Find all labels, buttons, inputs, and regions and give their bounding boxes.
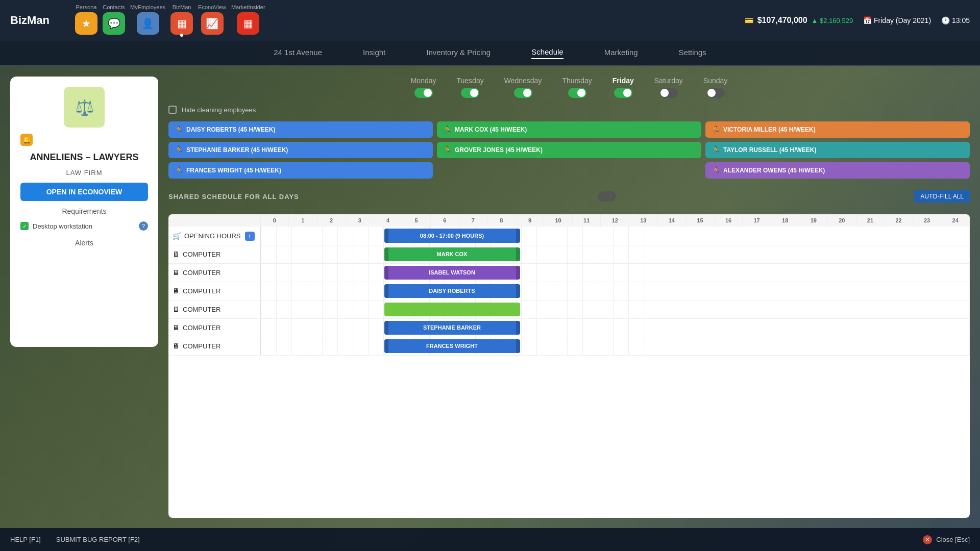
- bar-right-handle-6[interactable]: [516, 339, 520, 353]
- bug-report-button[interactable]: SUBMIT BUG REPORT [F2]: [56, 536, 140, 543]
- bar-left-handle-3[interactable]: [384, 284, 388, 298]
- day-monday[interactable]: Monday: [411, 77, 436, 98]
- nav-icon-persona[interactable]: ★: [75, 12, 97, 35]
- shared-schedule-toggle[interactable]: [598, 191, 616, 202]
- emp-icon-taylor: 🏃: [712, 146, 720, 154]
- subnav-insight[interactable]: Insight: [363, 48, 385, 59]
- row-type-icon-3: 🖥: [173, 287, 180, 295]
- nav-icon-marketinsider[interactable]: ▦: [237, 12, 259, 35]
- row-type-label-4: COMPUTER: [183, 306, 220, 313]
- row-type-label-5: COMPUTER: [183, 324, 220, 332]
- emp-mark-cox[interactable]: 🏃 MARK COX (45 H/WEEK): [437, 121, 701, 138]
- nav-label-myemployees: MyEmployees: [130, 4, 165, 10]
- emp-frances-wright[interactable]: 🏃 FRANCES WRIGHT (45 H/WEEK): [168, 162, 433, 179]
- nav-item-marketinsider[interactable]: MarketInsider ▦: [231, 4, 265, 37]
- nav-item-econoview[interactable]: EconoView 📈: [198, 4, 226, 37]
- money-icon: 💳: [745, 16, 753, 24]
- emp-icon-stephanie: 🏃: [175, 146, 183, 154]
- add-hours-button[interactable]: +: [245, 232, 255, 241]
- emp-icon-grover: 🏃: [443, 146, 452, 154]
- emp-icon-alexander: 🏃: [712, 166, 720, 174]
- bar-left-handle-2[interactable]: [384, 266, 388, 280]
- shared-schedule-header: SHARED SCHEDULE FOR ALL DAYS AUTO-FILL A…: [168, 186, 970, 207]
- day-toggle-saturday[interactable]: [659, 88, 678, 98]
- row-type-icon-5: 🖥: [173, 323, 180, 332]
- subnav-address[interactable]: 24 1st Avenue: [274, 48, 322, 59]
- emp-icon-victoria: 🏃: [712, 126, 720, 134]
- bar-left-handle-0[interactable]: [384, 229, 388, 243]
- day-sunday[interactable]: Sunday: [703, 77, 727, 98]
- hide-cleaning-checkbox[interactable]: [168, 106, 177, 114]
- close-button[interactable]: ✕ Close [Esc]: [923, 535, 970, 544]
- req-checkbox[interactable]: ✓: [20, 222, 29, 230]
- help-button[interactable]: HELP [F1]: [10, 536, 41, 543]
- day-toggle-sunday[interactable]: [706, 88, 725, 98]
- emp-taylor-russell[interactable]: 🏃 TAYLOR RUSSELL (45 H/WEEK): [705, 142, 970, 158]
- emp-label-daisy: DAISY ROBERTS (45 H/WEEK): [186, 126, 275, 133]
- schedule-row-1: 🖥COMPUTERMARK COX: [168, 245, 970, 263]
- emp-label-victoria: VICTORIA MILLER (45 H/WEEK): [723, 126, 816, 133]
- day-toggle-tuesday[interactable]: [461, 88, 479, 98]
- bar-left-handle-6[interactable]: [384, 339, 388, 353]
- schedule-row-2: 🖥COMPUTERISABEL WATSON: [168, 263, 970, 282]
- bar-right-handle-3[interactable]: [516, 284, 520, 298]
- subnav-schedule[interactable]: Schedule: [531, 47, 564, 59]
- top-right: 💳 $107,470,000 ▲ $2,160,529 📅 Friday (Da…: [745, 16, 970, 25]
- col-hour-11: 11: [572, 214, 601, 227]
- day-thursday[interactable]: Thursday: [562, 77, 592, 98]
- col-hour-21: 21: [856, 214, 885, 227]
- bar-right-handle-1[interactable]: [516, 247, 520, 261]
- row-hours-3[interactable]: DAISY ROBERTS: [260, 282, 970, 300]
- col-hour-24: 24: [941, 214, 970, 227]
- day-toggle-thursday[interactable]: [568, 88, 586, 98]
- day-friday[interactable]: Friday: [612, 77, 634, 98]
- nav-icon-bizman[interactable]: ▦: [170, 12, 193, 35]
- req-help-icon[interactable]: ?: [139, 221, 148, 231]
- emp-victoria-miller[interactable]: 🏃 VICTORIA MILLER (45 H/WEEK): [705, 121, 970, 138]
- day-toggle-friday[interactable]: [614, 88, 632, 98]
- day-wednesday[interactable]: Wednesday: [504, 77, 542, 98]
- nav-icon-myemployees[interactable]: 👤: [137, 12, 159, 35]
- requirement-item: ✓ Desktop workstation ?: [20, 219, 148, 233]
- schedule-bar-5: STEPHANIE BARKER: [384, 321, 520, 335]
- emp-stephanie-barker[interactable]: 🏃 STEPHANIE BARKER (45 H/WEEK): [168, 142, 433, 158]
- day-tuesday[interactable]: Tuesday: [457, 77, 484, 98]
- day-toggle-wednesday[interactable]: [514, 88, 532, 98]
- col-hour-20: 20: [828, 214, 856, 227]
- row-hours-0[interactable]: 08:00 - 17:00 (9 HOURS): [260, 227, 970, 245]
- app-logo: BizMan: [10, 14, 50, 27]
- row-hours-4[interactable]: [260, 300, 970, 318]
- open-econoview-button[interactable]: OPEN IN ECONOVIEW: [20, 183, 148, 201]
- subnav-marketing[interactable]: Marketing: [604, 48, 638, 59]
- auto-fill-button[interactable]: AUTO-FILL ALL: [914, 190, 970, 203]
- emp-alexander-owens[interactable]: 🏃 ALEXANDER OWENS (45 H/WEEK): [705, 162, 970, 179]
- day-label-saturday: Saturday: [654, 77, 683, 85]
- schedule-row-6: 🖥COMPUTERFRANCES WRIGHT: [168, 337, 970, 355]
- schedule-bar-4: [384, 303, 520, 316]
- nav-item-bizman[interactable]: BizMan ▦: [170, 4, 193, 37]
- row-hours-5[interactable]: STEPHANIE BARKER: [260, 318, 970, 337]
- emp-grover-jones[interactable]: 🏃 GROVER JONES (45 H/WEEK): [437, 142, 701, 158]
- nav-icon-econoview[interactable]: 📈: [201, 12, 224, 35]
- day-label-monday: Monday: [411, 77, 436, 85]
- nav-item-contacts[interactable]: Contacts 💬: [103, 4, 125, 37]
- row-hours-6[interactable]: FRANCES WRIGHT: [260, 337, 970, 355]
- bar-left-handle-1[interactable]: [384, 247, 388, 261]
- bar-right-handle-2[interactable]: [516, 266, 520, 280]
- nav-item-persona[interactable]: Persona ★: [75, 4, 97, 37]
- emp-daisy-roberts[interactable]: 🏃 DAISY ROBERTS (45 H/WEEK): [168, 121, 433, 138]
- bar-left-handle-5[interactable]: [384, 321, 388, 335]
- row-hours-1[interactable]: MARK COX: [260, 245, 970, 263]
- day-toggle-monday[interactable]: [414, 88, 433, 98]
- nav-icon-contacts[interactable]: 💬: [103, 12, 125, 35]
- subnav-inventory[interactable]: Inventory & Pricing: [426, 48, 491, 59]
- col-hour-3: 3: [346, 214, 374, 227]
- row-label-4: 🖥COMPUTER: [168, 300, 260, 318]
- subnav-settings[interactable]: Settings: [679, 48, 706, 59]
- bar-right-handle-5[interactable]: [516, 321, 520, 335]
- nav-item-myemployees[interactable]: MyEmployees 👤: [130, 4, 165, 37]
- row-hours-2[interactable]: ISABEL WATSON: [260, 263, 970, 282]
- col-hour-4: 4: [374, 214, 402, 227]
- day-saturday[interactable]: Saturday: [654, 77, 683, 98]
- bar-right-handle-0[interactable]: [516, 229, 520, 243]
